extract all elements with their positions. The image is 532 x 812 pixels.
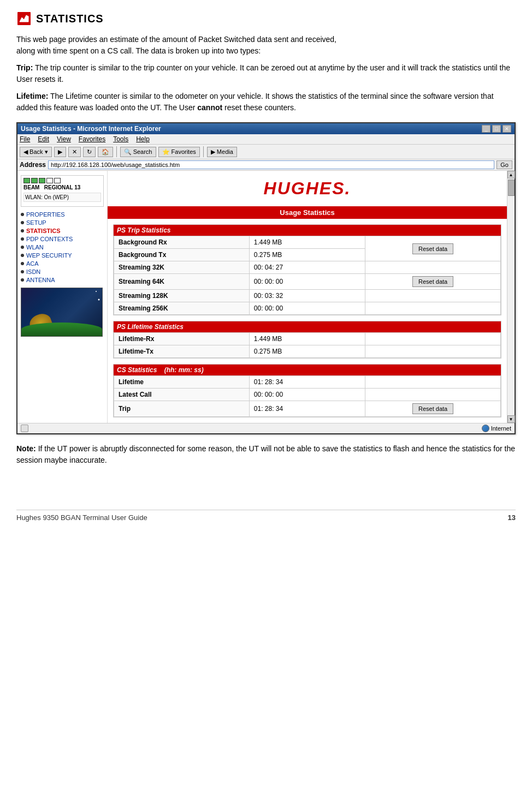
sidebar-item-setup[interactable]: SETUP [21, 219, 104, 226]
address-input[interactable] [48, 160, 494, 169]
stop-button[interactable]: ✕ [68, 147, 81, 157]
sidebar-item-statistics[interactable]: STATISTICS [21, 228, 104, 234]
lifetime-rx-value: 1.449 MB [249, 333, 365, 345]
nav-bullet [21, 262, 24, 265]
nav-link-pdp[interactable]: PDP CONTEXTS [26, 236, 73, 242]
nav-bullet [21, 237, 24, 241]
browser-window: Usage Statistics - Microsoft Internet Ex… [16, 122, 516, 434]
lifetime-term: Lifetime: The Lifetime counter is simila… [16, 91, 516, 114]
stream128-label: Streaming 128K [114, 290, 250, 302]
trip-label: Trip: [16, 63, 33, 72]
statistics-icon [16, 11, 32, 26]
scroll-down-arrow[interactable]: ▼ [507, 415, 515, 423]
stream32-value: 00: 04: 27 [249, 261, 365, 274]
stream128-value: 00: 03: 32 [249, 290, 365, 302]
menu-view[interactable]: View [57, 135, 71, 143]
cs-stats-section: CS Statistics (hh: mm: ss) Lifetime 01: … [113, 364, 501, 417]
menu-favorites[interactable]: Favorites [79, 135, 105, 143]
beam-info: BEAM REGIONAL 13 [23, 184, 101, 190]
sidebar-item-pdp[interactable]: PDP CONTEXTS [21, 236, 104, 242]
reset-action-1: Reset data [365, 236, 501, 261]
cs-reset-button[interactable]: Reset data [412, 403, 453, 414]
menu-file[interactable]: File [20, 135, 30, 143]
table-row: Streaming 64K 00: 00: 00 Reset data [114, 274, 501, 290]
signal-bar-2 [31, 178, 38, 183]
sidebar-item-wlan[interactable]: WLAN [21, 244, 104, 250]
scrollbar[interactable]: ▲ ▼ [507, 171, 515, 423]
sidebar-item-isdn[interactable]: ISDN [21, 268, 104, 275]
scroll-up-arrow[interactable]: ▲ [507, 171, 515, 178]
latest-call-label: Latest Call [114, 389, 250, 401]
satellite-image [21, 288, 103, 337]
hughes-logo: HUGHES. [108, 171, 507, 206]
cs-lifetime-value: 01: 28: 34 [249, 376, 365, 389]
hughes-logo-text: HUGHES. [264, 178, 351, 198]
empty-action3 [365, 302, 501, 315]
toolbar-separator2 [203, 146, 204, 157]
stream256-value: 00: 00: 00 [249, 302, 365, 315]
reset-button-1[interactable]: Reset data [412, 243, 453, 254]
nav-bullet [21, 270, 24, 273]
internet-indicator: Internet [482, 425, 511, 432]
address-bar: Address Go [17, 159, 515, 171]
nav-link-antenna[interactable]: ANTENNA [26, 277, 55, 283]
sidebar-item-wep[interactable]: WEP SECURITY [21, 252, 104, 259]
browser-title: Usage Statistics - Microsoft Internet Ex… [21, 125, 161, 133]
table-row: Lifetime 01: 28: 34 [114, 376, 501, 389]
sidebar-item-properties[interactable]: PROPERTIES [21, 211, 104, 218]
trip-text: The trip counter is similar to the trip … [16, 63, 510, 83]
stars-decoration [96, 291, 97, 292]
sidebar: BEAM REGIONAL 13 WLAN: On (WEP) PROPERTI… [17, 171, 108, 423]
trip-term: Trip: The trip counter is similar to the… [16, 62, 516, 85]
search-button[interactable]: 🔍 Search [120, 147, 156, 157]
stream32-label: Streaming 32K [114, 261, 250, 274]
nav-bullet [21, 221, 24, 224]
nav-link-setup[interactable]: SETUP [26, 219, 46, 226]
nav-link-statistics[interactable]: STATISTICS [26, 228, 61, 234]
menu-tools[interactable]: Tools [113, 135, 128, 143]
table-row: Lifetime-Tx 0.275 MB [114, 345, 501, 358]
refresh-button[interactable]: ↻ [83, 147, 96, 157]
footer-page-number: 13 [508, 514, 516, 522]
toolbar-separator [116, 146, 117, 157]
ps-trip-header: PS Trip Statistics [114, 225, 501, 236]
nav-list: PROPERTIES SETUP STATISTICS PDP CONTEXTS… [21, 211, 104, 283]
nav-link-wlan[interactable]: WLAN [26, 244, 44, 250]
reset-button-2[interactable]: Reset data [412, 276, 453, 287]
usage-title-text: Usage Statistics [280, 208, 334, 217]
go-button[interactable]: Go [496, 160, 512, 169]
nav-bullet [21, 278, 24, 282]
empty-lifetime-action2 [365, 345, 501, 358]
forward-button[interactable]: ▶ [54, 147, 66, 157]
nav-link-properties[interactable]: PROPERTIES [26, 211, 65, 218]
page-header: STATISTICS [16, 11, 516, 26]
sidebar-item-aca[interactable]: ACA [21, 260, 104, 267]
maximize-button[interactable]: □ [492, 125, 501, 133]
favorites-button[interactable]: ⭐ Favorites [158, 147, 200, 157]
sidebar-item-antenna[interactable]: ANTENNA [21, 277, 104, 283]
usage-title-bar: Usage Statistics [108, 206, 507, 219]
note-label: Note: [16, 444, 36, 453]
nav-link-aca[interactable]: ACA [26, 260, 39, 267]
signal-bar-5 [54, 178, 61, 183]
nav-link-isdn[interactable]: ISDN [26, 268, 40, 275]
nav-link-wep[interactable]: WEP SECURITY [26, 252, 72, 259]
browser-controls: _ □ ✕ [482, 125, 511, 133]
minimize-button[interactable]: _ [482, 125, 490, 133]
close-button[interactable]: ✕ [503, 125, 511, 133]
menu-help[interactable]: Help [136, 135, 150, 143]
media-button[interactable]: ▶ Media [207, 147, 237, 157]
cs-stats-header: CS Statistics (hh: mm: ss) [114, 365, 501, 375]
home-button[interactable]: 🏠 [98, 147, 113, 157]
nav-bullet [21, 229, 24, 232]
scroll-thumb[interactable] [508, 180, 515, 196]
ps-trip-table: Background Rx 1.449 MB Reset data Backgr… [114, 236, 501, 315]
browser-menubar: File Edit View Favorites Tools Help [17, 134, 515, 145]
table-row: Streaming 32K 00: 04: 27 [114, 261, 501, 274]
menu-edit[interactable]: Edit [38, 135, 49, 143]
ps-trip-section: PS Trip Statistics Background Rx 1.449 M… [113, 224, 501, 315]
back-button[interactable]: ◀ Back ▾ [20, 147, 52, 157]
table-row: Latest Call 00: 00: 00 [114, 389, 501, 401]
bg-tx-label: Background Tx [114, 249, 250, 261]
lifetime-text2: reset these counters. [222, 103, 296, 112]
